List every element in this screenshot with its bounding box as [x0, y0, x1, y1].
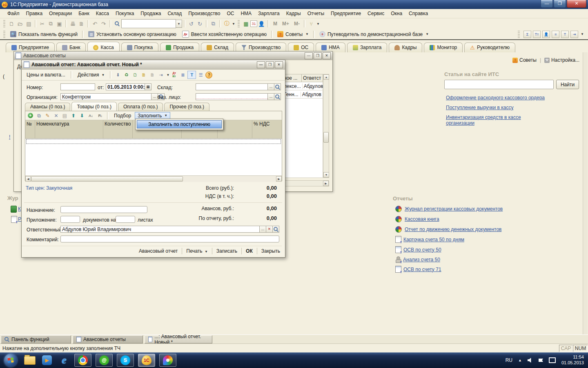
doc-t-icon[interactable]: Т: [561, 31, 569, 38]
memory-mminus-button[interactable]: M-: [292, 21, 302, 27]
copy-icon[interactable]: ⧉: [47, 20, 55, 28]
scroll-right-button[interactable]: ▶: [276, 176, 282, 182]
calculator-icon[interactable]: ▦: [242, 20, 250, 28]
journal-link-k[interactable]: К: [18, 206, 21, 212]
guide-button[interactable]: ✈ Путеводитель по демонстрационной базе …: [316, 30, 432, 38]
menu-windows[interactable]: Окна: [388, 9, 405, 18]
save-button[interactable]: Записать: [215, 247, 239, 255]
journal-link-r[interactable]: Р: [18, 216, 21, 222]
tab-salary[interactable]: Зарплата: [347, 43, 388, 52]
ok-button[interactable]: ОК: [244, 247, 254, 255]
calendar-icon[interactable]: 31: [250, 20, 257, 27]
report-toolbar-dropdown[interactable]: ▼: [581, 32, 584, 36]
network-icon[interactable]: [549, 357, 556, 363]
dialog-close-button[interactable]: ✕: [275, 61, 283, 68]
its-search-input[interactable]: [444, 80, 554, 89]
its-link-2[interactable]: Поступление выручки в кассу: [446, 105, 568, 110]
report-link-osv-50[interactable]: ОСВ по счету 50: [403, 247, 441, 253]
nav-back-icon[interactable]: ↺: [187, 20, 196, 28]
output-dropdown-arrow[interactable]: ▼: [166, 73, 169, 77]
person-report-icon[interactable]: 👤: [542, 31, 550, 38]
nav-forward-icon[interactable]: ↻: [196, 20, 204, 28]
list-vscrollbar[interactable]: ▲ ▼: [323, 74, 329, 178]
pick-button[interactable]: Подбор: [111, 112, 134, 119]
its-link-3[interactable]: Инвентаризация средств в кассе организац…: [446, 114, 550, 126]
restore-button[interactable]: ❐: [554, 0, 566, 8]
language-indicator[interactable]: RU: [506, 357, 512, 363]
action-center-flag-icon[interactable]: [539, 359, 543, 362]
edit-row-icon[interactable]: ✎: [44, 112, 51, 119]
report-link-osv-71[interactable]: ОСВ по счету 71: [403, 267, 441, 272]
dt-kt-icon[interactable]: ДтКт: [170, 71, 178, 79]
person-list-icon[interactable]: ≡: [552, 31, 559, 38]
column-header[interactable]: ное ...: [283, 74, 302, 82]
attachment-sheets-field[interactable]: [116, 216, 135, 223]
search-dropdown-arrow[interactable]: ▼: [176, 20, 182, 28]
warehouse-search-button[interactable]: [274, 83, 281, 90]
column-nomenclature[interactable]: Номенклатура: [35, 120, 103, 138]
windows-icon[interactable]: ⧉: [209, 20, 218, 28]
window-maximize-button[interactable]: ❐: [314, 52, 322, 59]
its-link-1[interactable]: Оформление расходного кассового ордера: [446, 95, 550, 101]
menu-purchase[interactable]: Покупка: [112, 9, 137, 18]
show-function-panel-button[interactable]: 🔍 Показать панель функций: [7, 30, 80, 38]
responsible-field[interactable]: Абдулов Юрий Владимирович: [60, 226, 260, 233]
close-button[interactable]: ✕: [567, 0, 586, 8]
number-field[interactable]: [60, 83, 95, 90]
print-preview-icon[interactable]: 🗎: [77, 20, 86, 28]
menu-help[interactable]: Справка: [405, 9, 431, 18]
undo-icon[interactable]: ↶: [91, 20, 99, 28]
memory-mplus-button[interactable]: M+: [280, 21, 292, 27]
help-icon[interactable]: ?: [205, 72, 212, 79]
open-icon[interactable]: 🗁: [16, 20, 24, 28]
its-find-button[interactable]: Найти: [556, 80, 579, 89]
grid-hscrollbar[interactable]: ◀ ▶: [25, 175, 282, 182]
menu-bank[interactable]: Банк: [75, 9, 92, 18]
delete-row-icon[interactable]: ✕: [52, 112, 60, 119]
tab-other[interactable]: Прочее (0 поз.): [164, 103, 209, 111]
sort-asc-icon[interactable]: А↓: [87, 114, 95, 118]
column-vat[interactable]: % НДС: [252, 120, 281, 138]
info-icon[interactable]: ⓘ: [223, 20, 231, 28]
copy-document-icon[interactable]: 🗋: [131, 71, 139, 79]
grid-body[interactable]: [25, 139, 282, 175]
list-hscrollbar[interactable]: ▶: [282, 180, 329, 186]
close-dialog-button[interactable]: Закрыть: [260, 247, 282, 255]
grid-selection-row[interactable]: [26, 139, 281, 144]
column-header[interactable]: Ответст: [302, 74, 323, 82]
tab-manager[interactable]: ⚠Руководителю: [464, 43, 515, 52]
scroll-down-button[interactable]: ▼: [323, 172, 329, 177]
responsible-clear-button[interactable]: ✕: [266, 226, 273, 233]
tray-expand-icon[interactable]: ▲: [518, 358, 522, 362]
actions-button[interactable]: Действия▼: [75, 71, 108, 79]
totals-settings-icon[interactable]: Т: [187, 71, 196, 79]
memory-m-button[interactable]: M: [271, 21, 280, 27]
tab-advances[interactable]: Авансы (0 поз.): [25, 103, 70, 111]
menu-reports[interactable]: Отчеты: [304, 9, 327, 18]
media-player-taskbar-icon[interactable]: ▶: [40, 354, 54, 367]
table-t-icon[interactable]: Тт: [533, 31, 541, 38]
scroll-right-button[interactable]: ▶: [323, 181, 329, 186]
tab-hr[interactable]: Кадры: [389, 43, 422, 52]
move-down-icon[interactable]: ⬇: [78, 112, 86, 119]
menu-salary[interactable]: Зарплата: [255, 9, 283, 18]
enter-operation-button[interactable]: Дк Ввести хозяйственную операцию: [179, 30, 270, 38]
save-document-icon[interactable]: 🗎: [140, 71, 147, 79]
scroll-left-button[interactable]: ◀: [25, 176, 31, 182]
attachment-docs-field[interactable]: [60, 216, 80, 223]
column-number[interactable]: №: [25, 120, 35, 138]
advance-report-button[interactable]: Авансовый отчет: [137, 247, 179, 255]
print-button[interactable]: Печать ▼: [185, 247, 209, 255]
fill-button[interactable]: Заполнить▼: [135, 112, 170, 119]
minimize-button[interactable]: —: [541, 0, 553, 8]
tips-dropdown-arrow[interactable]: ▼: [305, 32, 309, 36]
menu-sales[interactable]: Продажа: [137, 9, 164, 18]
price-type-link[interactable]: Тип цен: Закупочная: [26, 185, 72, 191]
settings-link[interactable]: ⚒ Настройка...: [544, 57, 579, 63]
person-field[interactable]: [196, 93, 268, 100]
organization-field[interactable]: Конфетпром: [60, 93, 151, 100]
report-link-cash-book[interactable]: Кассовая книга: [405, 216, 439, 222]
search-icon[interactable]: [113, 20, 121, 28]
fill-by-receipt-item[interactable]: Заполнить по поступлению: [137, 120, 222, 128]
report-link-card-50[interactable]: Карточка счета 50 по дням: [403, 237, 464, 242]
